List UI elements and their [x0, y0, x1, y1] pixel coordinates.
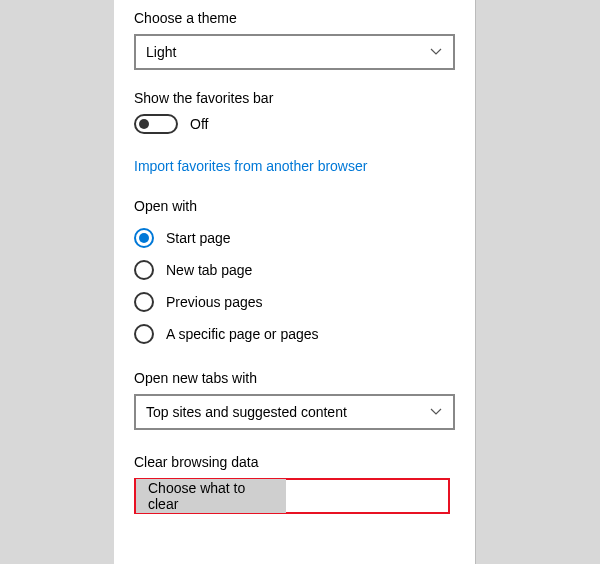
toggle-knob	[139, 119, 149, 129]
new-tabs-dropdown[interactable]: Top sites and suggested content	[134, 394, 455, 430]
radio-label: New tab page	[166, 262, 252, 278]
favorites-bar-state: Off	[190, 116, 208, 132]
new-tabs-label: Open new tabs with	[134, 370, 455, 386]
favorites-bar-label: Show the favorites bar	[134, 90, 455, 106]
clear-data-label: Clear browsing data	[134, 454, 455, 470]
settings-panel: Choose a theme Light Show the favorites …	[114, 0, 476, 564]
radio-icon	[134, 228, 154, 248]
import-favorites-link[interactable]: Import favorites from another browser	[134, 158, 455, 174]
chevron-down-icon	[429, 45, 443, 59]
radio-previous-pages[interactable]: Previous pages	[134, 286, 455, 318]
radio-icon	[134, 260, 154, 280]
radio-label: A specific page or pages	[166, 326, 319, 342]
radio-icon	[134, 292, 154, 312]
new-tabs-value: Top sites and suggested content	[146, 404, 347, 420]
chevron-down-icon	[429, 405, 443, 419]
open-with-group: Start page New tab page Previous pages A…	[134, 222, 455, 350]
radio-label: Start page	[166, 230, 231, 246]
radio-new-tab-page[interactable]: New tab page	[134, 254, 455, 286]
theme-value: Light	[146, 44, 176, 60]
choose-what-to-clear-button[interactable]: Choose what to clear	[136, 479, 286, 513]
radio-start-page[interactable]: Start page	[134, 222, 455, 254]
radio-icon	[134, 324, 154, 344]
theme-label: Choose a theme	[134, 10, 455, 26]
theme-dropdown[interactable]: Light	[134, 34, 455, 70]
open-with-label: Open with	[134, 198, 455, 214]
highlight-annotation: Choose what to clear	[134, 478, 450, 514]
radio-label: Previous pages	[166, 294, 263, 310]
favorites-bar-toggle[interactable]	[134, 114, 178, 134]
radio-specific-page[interactable]: A specific page or pages	[134, 318, 455, 350]
